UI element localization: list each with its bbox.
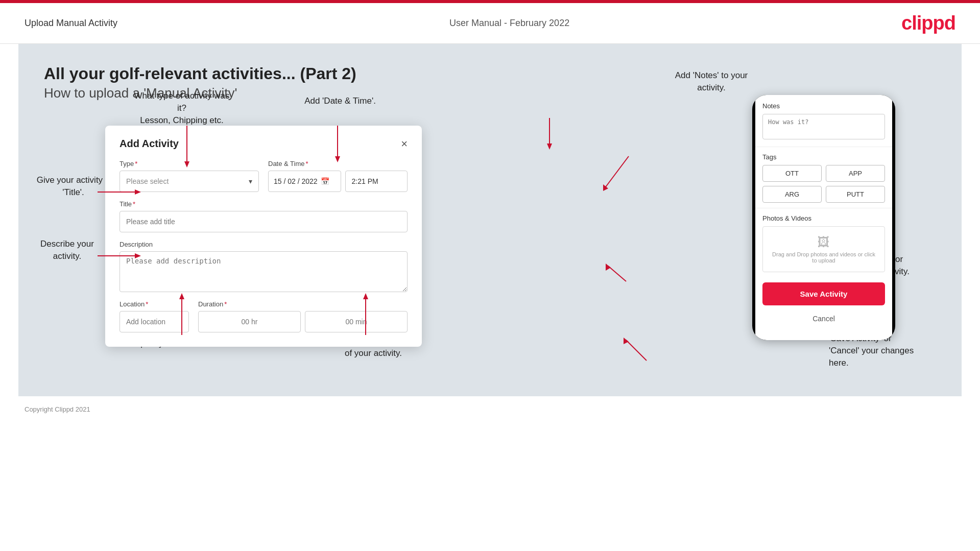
header: Upload Manual Activity User Manual - Feb… xyxy=(0,3,980,44)
location-group: Location* xyxy=(119,300,189,332)
datetime-label: Date & Time* xyxy=(268,160,408,167)
description-group: Description xyxy=(119,241,408,292)
calendar-icon: 📅 xyxy=(321,177,329,185)
phone-inner: Notes Tags OTT APP ARG PUTT Photos & Vid… xyxy=(755,95,892,340)
title-group: Title* xyxy=(119,200,408,232)
description-textarea[interactable] xyxy=(119,251,408,292)
svg-line-18 xyxy=(626,340,647,361)
title-input[interactable] xyxy=(119,211,408,232)
tags-label: Tags xyxy=(762,153,885,161)
location-input[interactable] xyxy=(119,311,189,332)
photos-section: Photos & Videos 🖼 Drag and Drop photos a… xyxy=(755,208,892,277)
photos-label: Photos & Videos xyxy=(762,214,885,222)
date-input[interactable]: 15 / 02 / 2022 📅 xyxy=(268,171,341,192)
tag-arg[interactable]: ARG xyxy=(762,186,822,203)
notes-section: Notes xyxy=(755,95,892,147)
annotation-title: Give your activity a'Title'. xyxy=(34,174,113,199)
notes-label: Notes xyxy=(762,102,885,110)
clippd-logo: clippd xyxy=(901,12,955,34)
dialog-close-button[interactable]: × xyxy=(401,138,408,150)
type-chevron-icon: ▾ xyxy=(249,177,252,185)
type-placeholder: Please select xyxy=(126,177,169,185)
duration-label: Duration* xyxy=(198,300,408,308)
photos-drop-text: Drag and Drop photos and videos or click… xyxy=(771,251,876,263)
dialog-wrapper: Add Activity × Type* Please select ▾ Dat xyxy=(105,126,422,347)
photos-drop-zone[interactable]: 🖼 Drag and Drop photos and videos or cli… xyxy=(762,226,885,272)
phone-panel: Notes Tags OTT APP ARG PUTT Photos & Vid… xyxy=(752,95,911,340)
location-label: Location* xyxy=(119,300,189,308)
svg-line-14 xyxy=(606,156,629,187)
tag-app[interactable]: APP xyxy=(826,165,885,182)
phone-frame: Notes Tags OTT APP ARG PUTT Photos & Vid… xyxy=(752,95,895,340)
type-group: Type* Please select ▾ xyxy=(119,160,259,192)
description-label: Description xyxy=(119,241,408,248)
copyright: Copyright Clippd 2021 xyxy=(25,405,90,413)
main-content: All your golf-relevant activities... (Pa… xyxy=(18,44,962,396)
date-time-inputs: 15 / 02 / 2022 📅 2:21 PM xyxy=(268,171,408,192)
page-title: All your golf-relevant activities... (Pa… xyxy=(44,64,936,83)
upload-icon: 🖼 xyxy=(818,235,830,249)
location-duration-row: Location* Duration* xyxy=(119,300,408,332)
annotation-notes: Add 'Notes' to youractivity. xyxy=(660,69,762,94)
header-page-title: Upload Manual Activity xyxy=(25,18,117,29)
svg-marker-13 xyxy=(547,143,552,150)
type-label: Type* xyxy=(119,160,259,167)
svg-marker-17 xyxy=(606,263,611,271)
annotation-activity-type: What type of activity was it?Lesson, Chi… xyxy=(131,90,233,126)
date-value: 15 / 02 / 2022 xyxy=(274,177,318,185)
header-manual-title: User Manual - February 2022 xyxy=(449,18,569,29)
duration-inputs xyxy=(198,311,408,332)
add-activity-dialog: Add Activity × Type* Please select ▾ Dat xyxy=(105,126,422,347)
svg-line-16 xyxy=(608,266,626,281)
duration-group: Duration* xyxy=(198,300,408,332)
time-input[interactable]: 2:21 PM xyxy=(345,171,408,192)
time-value: 2:21 PM xyxy=(352,177,378,185)
tags-section: Tags OTT APP ARG PUTT xyxy=(755,147,892,208)
annotation-description: Describe youractivity. xyxy=(28,238,107,262)
svg-marker-15 xyxy=(603,184,608,191)
dialog-title-row: Add Activity × xyxy=(119,138,408,150)
type-datetime-row: Type* Please select ▾ Date & Time* 15 / … xyxy=(119,160,408,192)
dialog-title: Add Activity xyxy=(119,138,179,150)
annotation-date-time: Add 'Date & Time'. xyxy=(294,95,386,107)
save-activity-button[interactable]: Save Activity xyxy=(762,282,885,305)
tag-ott[interactable]: OTT xyxy=(762,165,822,182)
footer: Copyright Clippd 2021 xyxy=(0,396,980,422)
cancel-link[interactable]: Cancel xyxy=(755,310,892,330)
datetime-group: Date & Time* 15 / 02 / 2022 📅 2:21 PM xyxy=(268,160,408,192)
svg-marker-19 xyxy=(624,338,629,344)
type-select[interactable]: Please select ▾ xyxy=(119,171,259,192)
tags-grid: OTT APP ARG PUTT xyxy=(762,165,885,203)
duration-hours-input[interactable] xyxy=(198,311,301,332)
tag-putt[interactable]: PUTT xyxy=(826,186,885,203)
title-label: Title* xyxy=(119,200,408,208)
notes-textarea[interactable] xyxy=(762,114,885,139)
duration-minutes-input[interactable] xyxy=(305,311,408,332)
